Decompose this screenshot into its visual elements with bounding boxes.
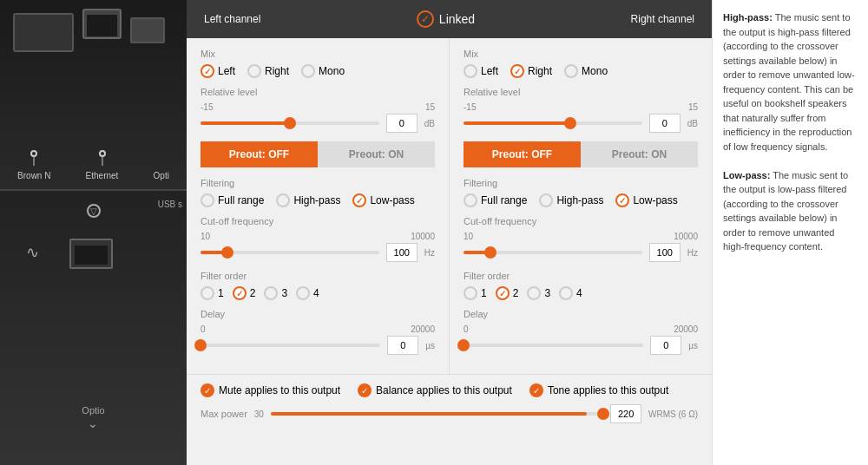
max-power-track[interactable] <box>271 412 603 416</box>
right-filter-lowpass-radio[interactable] <box>615 193 629 207</box>
left-order-4[interactable]: 4 <box>296 286 319 300</box>
left-order-3-radio[interactable] <box>264 286 278 300</box>
right-preout-off-btn[interactable]: Preout: OFF <box>464 141 581 167</box>
left-mix-mono[interactable]: Mono <box>301 64 345 78</box>
right-level-track[interactable] <box>464 121 642 125</box>
right-order-2-radio[interactable] <box>496 286 510 300</box>
right-order-2[interactable]: 2 <box>496 286 519 300</box>
right-level-fill <box>464 121 570 125</box>
balance-check-icon: ✓ <box>358 383 372 397</box>
right-mix-mono-radio[interactable] <box>564 64 578 78</box>
left-level-row: 0 dB <box>201 114 435 133</box>
left-delay-track[interactable] <box>201 344 380 347</box>
left-level-thumb[interactable] <box>284 117 296 129</box>
left-mix-right[interactable]: Right <box>247 64 289 78</box>
left-filter-highpass-radio[interactable] <box>276 193 290 207</box>
left-delay-min: 0 <box>201 324 206 334</box>
right-cutoff-track[interactable] <box>464 251 642 254</box>
left-filter-fullrange[interactable]: Full range <box>201 193 264 207</box>
right-delay-value[interactable]: 0 <box>650 336 681 355</box>
left-cutoff-label: Cut-off frequency <box>201 216 435 226</box>
left-order-1[interactable]: 1 <box>201 286 224 300</box>
left-cutoff-track[interactable] <box>201 251 379 254</box>
right-filter-highpass-radio[interactable] <box>539 193 553 207</box>
right-order-1[interactable]: 1 <box>464 286 487 300</box>
right-filtering-label: Filtering <box>464 178 698 188</box>
left-filter-highpass[interactable]: High-pass <box>276 193 340 207</box>
left-preout-off-btn[interactable]: Preout: OFF <box>201 141 318 167</box>
right-delay-row: 0 µs <box>464 336 698 355</box>
right-level-thumb[interactable] <box>564 117 576 129</box>
left-preout-on-btn[interactable]: Preout: ON <box>318 141 435 167</box>
left-filter-lowpass-radio[interactable] <box>352 193 366 207</box>
right-order-4-radio[interactable] <box>559 286 573 300</box>
left-level-min: -15 <box>201 102 213 112</box>
left-channel-col: Mix Left Right Mono Relative level <box>187 38 450 374</box>
left-mix-left[interactable]: Left <box>201 64 235 78</box>
right-cutoff-min: 10 <box>464 232 473 241</box>
right-mix-mono[interactable]: Mono <box>564 64 608 78</box>
options-label: Optio <box>82 405 104 416</box>
linked-icon: ✓ <box>417 10 434 28</box>
right-mix-right-radio[interactable] <box>510 64 524 78</box>
left-order-2-label: 2 <box>250 287 256 299</box>
right-filter-fullrange-radio[interactable] <box>464 193 477 207</box>
right-cutoff-thumb[interactable] <box>484 246 496 259</box>
left-delay-thumb[interactable] <box>194 339 207 351</box>
max-power-value[interactable]: 220 <box>610 404 641 423</box>
left-mix-right-radio[interactable] <box>247 64 261 78</box>
left-delay-value[interactable]: 0 <box>387 336 418 355</box>
left-filter-fullrange-radio[interactable] <box>201 193 214 207</box>
left-filter-lowpass[interactable]: Low-pass <box>352 193 414 207</box>
right-filter-highpass[interactable]: High-pass <box>539 193 603 207</box>
left-cutoff-range: 10 10000 <box>201 232 435 241</box>
right-cutoff-value[interactable]: 100 <box>649 243 681 262</box>
right-order-label: Filter order <box>464 271 698 281</box>
right-order-4[interactable]: 4 <box>559 286 582 300</box>
linked-label: Linked <box>439 12 475 26</box>
right-order-1-radio[interactable] <box>464 286 477 300</box>
max-power-fill <box>271 412 587 416</box>
right-filter-fullrange[interactable]: Full range <box>464 193 527 207</box>
left-order-2[interactable]: 2 <box>233 286 256 300</box>
left-delay-range: 0 20000 <box>201 324 435 334</box>
left-delay-label: Delay <box>201 309 435 319</box>
tone-applies[interactable]: ✓ Tone applies to this output <box>529 383 668 397</box>
left-order-row: 1 2 3 4 <box>201 286 435 300</box>
right-mix-right[interactable]: Right <box>510 64 552 78</box>
main-content: Left channel ✓ Linked Right channel Mix … <box>187 0 712 465</box>
max-power-row: Max power 30 220 WRMS (6 Ω) <box>201 404 698 423</box>
left-level-value[interactable]: 0 <box>386 114 418 133</box>
right-mix-left-radio[interactable] <box>464 64 477 78</box>
lowpass-title: Low-pass: <box>723 170 770 180</box>
left-level-track[interactable] <box>201 121 379 125</box>
left-cutoff-value[interactable]: 100 <box>386 243 418 262</box>
left-filter-fullrange-label: Full range <box>218 194 264 206</box>
right-mix-mono-label: Mono <box>582 65 608 77</box>
right-delay-thumb[interactable] <box>457 339 470 351</box>
right-level-value[interactable]: 0 <box>649 114 681 133</box>
tone-applies-label: Tone applies to this output <box>548 384 668 396</box>
right-mix-right-label: Right <box>528 65 552 77</box>
left-order-1-radio[interactable] <box>201 286 214 300</box>
right-cutoff-label: Cut-off frequency <box>464 216 698 226</box>
balance-applies[interactable]: ✓ Balance applies to this output <box>358 383 512 397</box>
right-mix-left[interactable]: Left <box>464 64 498 78</box>
max-power-thumb[interactable] <box>597 408 609 420</box>
right-preout-on-btn[interactable]: Preout: ON <box>581 141 698 167</box>
left-mix-left-radio[interactable] <box>201 64 214 78</box>
right-mix-group: Left Right Mono <box>464 64 698 78</box>
right-filter-fullrange-label: Full range <box>481 194 527 206</box>
left-order-2-radio[interactable] <box>233 286 247 300</box>
mute-applies[interactable]: ✓ Mute applies to this output <box>201 383 340 397</box>
right-order-3-radio[interactable] <box>527 286 541 300</box>
left-order-4-radio[interactable] <box>296 286 310 300</box>
right-delay-track[interactable] <box>464 344 643 347</box>
right-filter-lowpass[interactable]: Low-pass <box>615 193 677 207</box>
left-order-3[interactable]: 3 <box>264 286 287 300</box>
left-order-label: Filter order <box>201 271 435 281</box>
right-order-3[interactable]: 3 <box>527 286 550 300</box>
left-cutoff-thumb[interactable] <box>221 246 233 259</box>
left-mix-mono-radio[interactable] <box>301 64 315 78</box>
right-preout-row: Preout: OFF Preout: ON <box>464 141 698 167</box>
